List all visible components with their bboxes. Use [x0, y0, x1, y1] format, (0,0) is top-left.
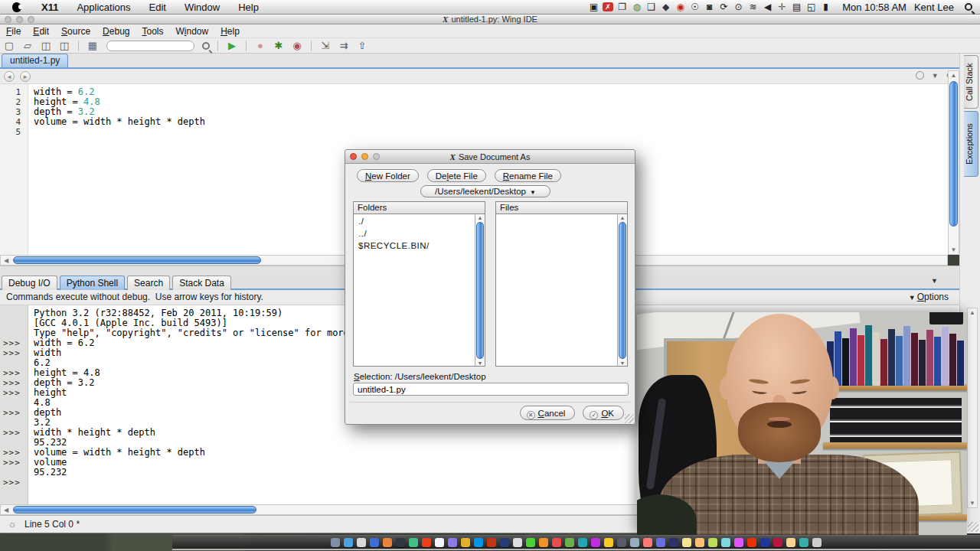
dock-app-icon[interactable]	[370, 538, 379, 547]
stop-icon[interactable]: ◉	[289, 40, 305, 52]
mac-menu-help[interactable]: Help	[229, 2, 268, 13]
dock-app-icon[interactable]	[812, 538, 822, 547]
step-out-icon[interactable]: ⇧	[354, 40, 370, 52]
save-all-icon[interactable]: ◫	[57, 40, 72, 52]
menu-edit[interactable]: Edit	[27, 26, 55, 37]
nav-back-button[interactable]: ◂	[4, 71, 15, 82]
open-file-icon[interactable]: ▱	[20, 40, 35, 52]
fragment-icon[interactable]: ▦	[85, 40, 100, 52]
dock-app-icon[interactable]	[799, 538, 808, 547]
scroll-down-arrow[interactable]: ▼	[618, 360, 627, 366]
toolbar-search-input[interactable]	[106, 41, 194, 51]
editor-tab-untitled[interactable]: untitled-1.py	[2, 54, 68, 67]
list-item[interactable]: $RECYCLE.BIN/	[354, 240, 475, 252]
tab-search[interactable]: Search	[127, 276, 170, 290]
panel-tabs-dropdown-icon[interactable]: ▼	[931, 277, 938, 285]
x11-badge-icon[interactable]: ✗	[603, 2, 613, 11]
network-globe-icon[interactable]: ◍	[629, 2, 644, 13]
run-icon[interactable]: ▶	[224, 40, 240, 52]
dock-app-icon[interactable]	[461, 538, 470, 547]
dock-app-icon[interactable]	[669, 538, 678, 547]
scrollbar-thumb[interactable]	[949, 81, 958, 227]
windows-icon[interactable]: ❐	[615, 2, 629, 13]
pause-icon[interactable]: ●	[253, 40, 268, 52]
save-icon[interactable]: ◫	[38, 40, 54, 52]
camera-icon[interactable]: ▣	[586, 2, 601, 13]
mac-menu-x11[interactable]: X11	[32, 2, 67, 13]
dock-app-icon[interactable]	[487, 538, 496, 547]
dock-app-icon[interactable]	[396, 538, 405, 547]
shield-icon[interactable]: ◆	[658, 2, 673, 13]
dock-app-icon[interactable]	[773, 538, 782, 547]
dialog-resize-grip[interactable]	[625, 414, 634, 423]
step-over-icon[interactable]: ⇉	[336, 40, 351, 52]
tab-stack-data[interactable]: Stack Data	[172, 276, 231, 290]
toolbar-search-icon[interactable]	[202, 42, 210, 50]
scrollbar-thumb[interactable]	[619, 222, 626, 359]
editor-vertical-scrollbar[interactable]: ▲ ▼	[948, 70, 959, 255]
dock-app-icon[interactable]	[760, 538, 769, 547]
scroll-down-arrow[interactable]: ▼	[475, 360, 485, 366]
menu-help[interactable]: Help	[214, 26, 246, 37]
scroll-up-arrow[interactable]: ▲	[949, 72, 959, 79]
dock-app-icon[interactable]	[435, 538, 444, 547]
folders-scrollbar[interactable]: ▲ ▼	[475, 215, 485, 366]
dock-app-icon[interactable]	[409, 538, 418, 547]
dock-app-icon[interactable]	[695, 538, 704, 547]
scroll-up-arrow[interactable]: ▲	[968, 309, 977, 316]
scroll-down-arrow[interactable]: ▼	[968, 500, 977, 507]
ok-button[interactable]: ✓OK	[583, 406, 624, 420]
alert-clock-icon[interactable]: ⊙	[731, 2, 746, 13]
menu-window[interactable]: Window	[170, 26, 215, 37]
files-scrollbar[interactable]: ▲ ▼	[617, 215, 627, 366]
dock-app-icon[interactable]	[708, 538, 717, 547]
dock-app-icon[interactable]	[578, 538, 587, 547]
delete-file-button[interactable]: Delete File	[427, 169, 486, 182]
dock-app-icon[interactable]	[747, 538, 756, 547]
folders-header[interactable]: Folders	[354, 202, 485, 214]
chat-bubble-icon[interactable]: ❑	[644, 2, 658, 13]
list-item[interactable]: ./	[354, 215, 475, 227]
filename-input[interactable]	[353, 383, 629, 396]
scrollbar-thumb[interactable]	[13, 506, 256, 514]
files-header[interactable]: Files	[496, 202, 627, 214]
scrollbar-thumb[interactable]	[13, 256, 261, 264]
sync-icon[interactable]: ⟳	[717, 2, 731, 13]
display-icon[interactable]: ▤	[789, 2, 804, 13]
dock[interactable]	[172, 535, 980, 550]
dock-app-icon[interactable]	[786, 538, 795, 547]
scrollbar-thumb[interactable]	[476, 222, 484, 359]
folders-list[interactable]: ./../$RECYCLE.BIN/	[354, 215, 475, 366]
cancel-button[interactable]: ✕Cancel	[520, 406, 576, 420]
volume-icon[interactable]: ◀	[760, 2, 775, 13]
files-list[interactable]	[496, 215, 617, 366]
spaces-icon[interactable]: ✛	[775, 2, 789, 13]
battery-icon[interactable]: ▮	[818, 2, 833, 13]
dock-app-icon[interactable]	[734, 538, 743, 547]
editor-dropdown-icon[interactable]: ▼	[932, 72, 939, 80]
dock-app-icon[interactable]	[643, 538, 652, 547]
options-menu[interactable]: ▼Options	[909, 290, 949, 305]
scroll-up-arrow[interactable]: ▲	[475, 215, 485, 220]
path-dropdown[interactable]: /Users/leekent/Desktop▼	[420, 185, 550, 197]
side-tab-call-stack[interactable]: Call Stack	[964, 55, 978, 109]
scroll-up-arrow[interactable]: ▲	[618, 215, 627, 220]
accessibility-icon[interactable]: ☉	[688, 2, 702, 13]
debug-bug-icon[interactable]: ✱	[271, 40, 286, 52]
mac-menu-window[interactable]: Window	[175, 2, 229, 13]
dock-app-icon[interactable]	[617, 538, 626, 547]
new-folder-button[interactable]: New Folder	[357, 169, 419, 182]
scroll-down-arrow[interactable]: ▼	[949, 246, 959, 253]
tab-debug-i-o[interactable]: Debug I/O	[2, 276, 57, 290]
apple-menu-icon[interactable]	[12, 2, 21, 12]
dock-app-icon[interactable]	[591, 538, 600, 547]
wifi-icon[interactable]: ≋	[746, 2, 760, 13]
dock-app-icon[interactable]	[422, 538, 431, 547]
dock-app-icon[interactable]	[682, 538, 691, 547]
dock-app-icon[interactable]	[539, 538, 548, 547]
window-switch-icon[interactable]: ◱	[804, 2, 818, 13]
spotlight-icon[interactable]	[965, 3, 972, 11]
rename-file-button[interactable]: Rename File	[495, 169, 561, 182]
dock-app-icon[interactable]	[383, 538, 392, 547]
scroll-left-arrow[interactable]: ◀	[2, 507, 10, 514]
